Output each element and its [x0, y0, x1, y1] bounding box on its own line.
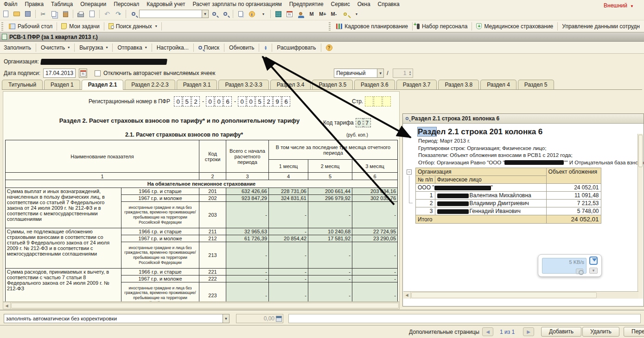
- value-cell[interactable]: -: [352, 202, 398, 228]
- menu-Предприятие[interactable]: Предприятие: [286, 0, 327, 8]
- value-cell[interactable]: 17 581,92: [308, 235, 352, 242]
- settings-key-button[interactable]: [340, 9, 350, 19]
- value-cell[interactable]: 61 726,39: [226, 235, 269, 242]
- tab-раздел-3-8[interactable]: Раздел 3.8: [438, 80, 479, 89]
- quickbar-more[interactable]: Управление данными сотрудн: [558, 21, 644, 31]
- info-button[interactable]: i: [247, 9, 257, 19]
- value-cell[interactable]: -: [352, 282, 398, 302]
- action-настройка-button[interactable]: Настройка...: [153, 44, 192, 52]
- autocalc-checkbox[interactable]: [95, 70, 101, 76]
- value-cell[interactable]: -: [269, 228, 308, 235]
- action-выгрузка-button[interactable]: Выгрузка▾: [76, 44, 111, 52]
- value-cell[interactable]: 32 965,63: [226, 228, 269, 235]
- value-cell[interactable]: -: [308, 282, 352, 302]
- tree-collapse-icon[interactable]: −: [407, 169, 412, 175]
- action-отправка-button[interactable]: Отправка▾: [114, 44, 150, 52]
- value-cell[interactable]: 324 831,61: [269, 195, 308, 202]
- person-row[interactable]: 1Валентина Михайловна11 091,48: [416, 192, 601, 200]
- cut-button[interactable]: ✂: [38, 9, 48, 19]
- report-kind-select[interactable]: Первичный ▼: [334, 69, 384, 78]
- settings-dropdown-button[interactable]: ▾: [351, 9, 361, 19]
- help-button[interactable]: ?: [322, 44, 336, 52]
- person-row[interactable]: 3Геннадий Иванович5 748,00: [416, 207, 601, 215]
- amount-field[interactable]: 0,00: [236, 314, 283, 323]
- menu-Окна[interactable]: Окна: [354, 0, 374, 8]
- page-number-cell[interactable]: [383, 96, 391, 106]
- menu-Кадровый учет[interactable]: Кадровый учет: [143, 0, 189, 8]
- menu-Персонал[interactable]: Персонал: [110, 0, 143, 8]
- quickbar-desktop[interactable]: Рабочий стол: [5, 21, 57, 31]
- memory-button-0[interactable]: M: [306, 9, 317, 19]
- value-cell[interactable]: -: [269, 269, 308, 275]
- decode-panel-title-bar[interactable]: Раздел 2.1 строка 201 колонка 6: [403, 114, 644, 124]
- value-cell[interactable]: 20 854,42: [269, 235, 308, 242]
- page-number-cell[interactable]: [374, 96, 382, 106]
- sort-updown-button[interactable]: ▲▼: [260, 44, 271, 51]
- print-preview-button[interactable]: [87, 9, 97, 19]
- add-page-button[interactable]: Добавить: [541, 327, 581, 337]
- value-cell[interactable]: -: [226, 275, 269, 282]
- copy-pages-button[interactable]: [236, 9, 246, 19]
- menu-Расчет зарплаты по организациям[interactable]: Расчет зарплаты по организациям: [189, 0, 285, 8]
- value-cell[interactable]: -: [269, 202, 308, 228]
- menu-Таблица[interactable]: Таблица: [47, 0, 77, 8]
- decode-vertical-scrollbar[interactable]: [638, 134, 643, 299]
- value-cell[interactable]: 228 731,06: [269, 188, 308, 195]
- report-kind-dropdown-icon[interactable]: ▼: [377, 69, 383, 77]
- save-button[interactable]: [23, 9, 33, 19]
- value-cell[interactable]: -: [226, 242, 269, 269]
- scroll-thumb[interactable]: [411, 292, 597, 298]
- quickbar-recruiting[interactable]: Набор персонала: [413, 21, 472, 31]
- users-button[interactable]: [295, 9, 306, 19]
- menu-Сервис[interactable]: Сервис: [327, 0, 354, 8]
- value-cell[interactable]: 923 847,29: [226, 195, 269, 202]
- menu-Файл[interactable]: Файл: [0, 0, 21, 8]
- menu-Правка[interactable]: Правка: [21, 0, 48, 8]
- open-file-button[interactable]: [12, 9, 22, 19]
- value-cell[interactable]: 200 661,44: [308, 188, 352, 195]
- tab-раздел-3-4[interactable]: Раздел 3.4: [270, 80, 311, 89]
- calculator-button[interactable]: [273, 9, 283, 19]
- person-row[interactable]: 2Владимир Дмитриевич7 212,53: [416, 200, 601, 207]
- memory-button-2[interactable]: M-: [329, 9, 339, 19]
- paste-button[interactable]: [60, 9, 70, 19]
- undo-button[interactable]: ↶: [102, 9, 112, 19]
- external-caret-icon[interactable]: ▼: [630, 4, 634, 8]
- scroll-thumb[interactable]: [11, 303, 399, 308]
- goto-button[interactable]: Перейт: [624, 327, 644, 337]
- calendar-button[interactable]: 31: [284, 9, 294, 19]
- print-button[interactable]: [76, 9, 86, 19]
- next-page-icon[interactable]: ▶: [523, 327, 534, 336]
- quickbar-medical[interactable]: +Медицинское страхование: [472, 21, 557, 31]
- scroll-thumb[interactable]: [638, 135, 643, 167]
- tab-раздел-1[interactable]: Раздел 1: [44, 80, 80, 89]
- toolbar-search-input[interactable]: ▼: [139, 10, 209, 18]
- find-prev-button[interactable]: [220, 9, 230, 19]
- value-cell[interactable]: -: [269, 242, 308, 269]
- value-cell[interactable]: -: [352, 275, 398, 282]
- value-cell[interactable]: 203 034,16: [352, 188, 398, 195]
- report-horizontal-scrollbar[interactable]: ◀: [3, 302, 400, 309]
- quickbar-data-search[interactable]: Поиск данных▾: [104, 21, 161, 31]
- comment-field[interactable]: [288, 314, 641, 323]
- value-cell[interactable]: -: [352, 242, 398, 269]
- value-cell[interactable]: 10 240,68: [308, 228, 352, 235]
- tab-раздел-3-2-3-3[interactable]: Раздел 3.2-3.3: [218, 80, 268, 89]
- value-cell[interactable]: -: [269, 275, 308, 282]
- value-cell[interactable]: -: [308, 242, 352, 269]
- fill-mode-select[interactable]: заполнять автоматически без корректировк…: [4, 314, 230, 323]
- value-cell[interactable]: -: [226, 202, 269, 228]
- page-number-cell[interactable]: [365, 96, 373, 106]
- action-поиск-button[interactable]: Поиск: [195, 44, 223, 52]
- tab-раздел-3-6[interactable]: Раздел 3.6: [354, 80, 395, 89]
- org-group-row[interactable]: ООО ""24 052,01: [416, 184, 601, 192]
- value-cell[interactable]: 22 724,95: [352, 228, 398, 235]
- sign-date-input[interactable]: 17.04.2013: [43, 69, 76, 78]
- prev-page-icon[interactable]: ◀: [482, 327, 493, 336]
- toolbar-search-button[interactable]: [128, 9, 139, 19]
- action-заполнить-button[interactable]: Заполнить: [0, 44, 35, 52]
- tab-раздел-2-1[interactable]: Раздел 2.1: [82, 80, 124, 90]
- value-cell[interactable]: 296 979,92: [308, 195, 352, 202]
- value-cell[interactable]: -: [308, 202, 352, 228]
- tab-раздел-3-1[interactable]: Раздел 3.1: [177, 80, 217, 89]
